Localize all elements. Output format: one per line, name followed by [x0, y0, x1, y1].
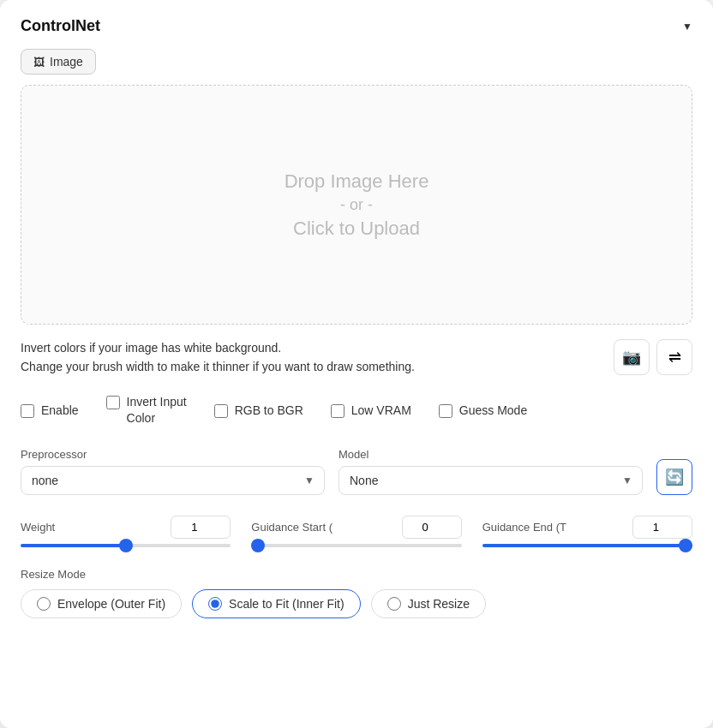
tab-image[interactable]: 🖼 Image — [21, 49, 96, 75]
resize-mode-radio-group: Envelope (Outer Fit) Scale to Fit (Inner… — [21, 589, 692, 618]
scale-fit-radio[interactable] — [208, 597, 222, 611]
guidance-end-header: Guidance End (T — [482, 516, 692, 539]
camera-button[interactable]: 📷 — [614, 339, 650, 375]
guidance-end-group: Guidance End (T — [482, 516, 692, 547]
weight-label: Weight — [21, 521, 55, 534]
upload-click-text: Click to Upload — [293, 218, 420, 240]
radio-just-resize[interactable]: Just Resize — [371, 589, 486, 618]
upload-drop-text: Drop Image Here — [285, 170, 429, 193]
image-tab-icon: 🖼 — [33, 56, 45, 69]
scale-fit-label: Scale to Fit (Inner Fit) — [229, 597, 345, 611]
invert-checkbox[interactable] — [106, 396, 120, 409]
enable-label: Enable — [41, 403, 79, 420]
guidance-end-slider[interactable] — [482, 544, 692, 547]
low-vram-label: Low VRAM — [351, 403, 411, 420]
panel-title: ControlNet — [21, 17, 100, 35]
model-select[interactable]: None — [339, 466, 643, 495]
preprocessor-group: Preprocessor none canny depth hed mlsd n… — [21, 448, 325, 495]
rgb-bgr-checkbox[interactable] — [214, 404, 228, 418]
checkbox-enable[interactable]: Enable — [21, 403, 79, 420]
sliders-row: Weight Guidance Start ( Guidance End (T — [21, 516, 692, 547]
model-preprocessor-row: Preprocessor none canny depth hed mlsd n… — [21, 448, 692, 495]
swap-button[interactable]: ⇌ — [656, 339, 692, 375]
radio-envelope[interactable]: Envelope (Outer Fit) — [21, 589, 182, 618]
low-vram-checkbox[interactable] — [331, 404, 345, 418]
checkboxes-row: Enable Invert InputColor RGB to BGR Low … — [21, 394, 692, 427]
checkbox-guess-mode[interactable]: Guess Mode — [439, 403, 527, 420]
model-label: Model — [339, 448, 643, 461]
collapse-icon[interactable]: ▼ — [682, 21, 692, 33]
weight-header: Weight — [21, 516, 231, 539]
checkbox-rgb-bgr[interactable]: RGB to BGR — [214, 403, 303, 420]
hint-line2: Change your brush width to make it thinn… — [21, 360, 415, 373]
weight-slider[interactable] — [21, 544, 231, 547]
hint-text: Invert colors if your image has white ba… — [21, 338, 600, 377]
weight-slider-group: Weight — [21, 516, 231, 547]
resize-mode-section: Resize Mode Envelope (Outer Fit) Scale t… — [21, 568, 692, 618]
model-select-wrapper: None ▼ — [339, 466, 643, 495]
guidance-start-group: Guidance Start ( — [251, 516, 461, 547]
guidance-end-label: Guidance End (T — [482, 521, 566, 534]
enable-checkbox[interactable] — [21, 404, 34, 418]
refresh-icon: 🔄 — [665, 468, 684, 486]
rgb-bgr-label: RGB to BGR — [235, 403, 303, 420]
envelope-label: Envelope (Outer Fit) — [57, 597, 165, 611]
preprocessor-select[interactable]: none canny depth hed mlsd normal_map ope… — [21, 466, 325, 495]
guess-mode-label: Guess Mode — [459, 403, 527, 420]
guess-mode-checkbox[interactable] — [439, 404, 452, 418]
upload-or-text: - or - — [340, 196, 373, 214]
camera-icon: 📷 — [622, 348, 641, 367]
controlnet-panel: ControlNet ▼ 🖼 Image Drop Image Here - o… — [0, 0, 713, 728]
guidance-start-label: Guidance Start ( — [251, 521, 333, 534]
just-resize-radio[interactable] — [387, 597, 401, 611]
guidance-end-input[interactable] — [632, 516, 692, 539]
preprocessor-label: Preprocessor — [21, 448, 325, 461]
invert-label: Invert InputColor — [127, 394, 187, 427]
envelope-radio[interactable] — [37, 597, 51, 611]
guidance-start-header: Guidance Start ( — [251, 516, 461, 539]
resize-mode-label: Resize Mode — [21, 568, 692, 581]
preprocessor-select-wrapper: none canny depth hed mlsd normal_map ope… — [21, 466, 325, 495]
model-group: Model None ▼ — [339, 448, 643, 495]
tab-image-label: Image — [50, 55, 83, 69]
guidance-start-input[interactable] — [402, 516, 462, 539]
weight-input[interactable] — [171, 516, 231, 539]
tab-bar: 🖼 Image — [21, 49, 692, 75]
upload-area[interactable]: Drop Image Here - or - Click to Upload — [21, 85, 692, 325]
guidance-start-slider[interactable] — [251, 544, 461, 547]
radio-scale-fit[interactable]: Scale to Fit (Inner Fit) — [192, 589, 361, 618]
swap-icon: ⇌ — [668, 348, 681, 367]
refresh-model-button[interactable]: 🔄 — [656, 459, 692, 495]
checkbox-low-vram[interactable]: Low VRAM — [331, 403, 411, 420]
checkbox-invert[interactable]: Invert InputColor — [106, 394, 187, 427]
panel-header: ControlNet ▼ — [21, 17, 692, 35]
hint-line1: Invert colors if your image has white ba… — [21, 341, 281, 355]
just-resize-label: Just Resize — [408, 597, 470, 611]
hint-buttons: 📷 ⇌ — [614, 339, 692, 375]
hint-row: Invert colors if your image has white ba… — [21, 338, 692, 377]
